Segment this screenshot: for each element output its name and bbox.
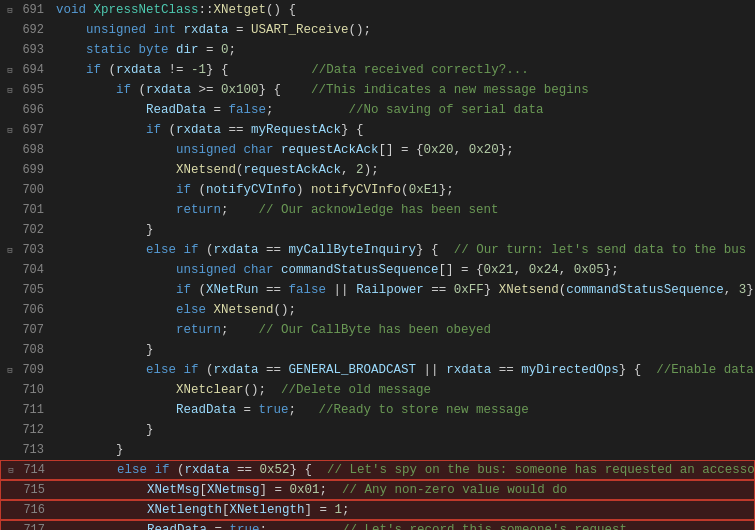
line-number: 706: [16, 303, 44, 317]
code-token: ] =: [260, 483, 290, 497]
code-token: XNetclear: [176, 383, 244, 397]
code-token: ,: [341, 163, 356, 177]
code-token: rxdata: [214, 363, 259, 377]
code-token: ;: [221, 323, 259, 337]
code-content: else if (rxdata == 0x52} { // Let's spy …: [49, 463, 755, 477]
code-token: (: [161, 123, 176, 137]
code-content: if (rxdata == myRequestAck} {: [48, 123, 747, 137]
code-token: ==: [221, 123, 251, 137]
fold-icon[interactable]: ⊟: [4, 245, 16, 256]
code-token: (: [170, 463, 185, 477]
line-number: 697: [16, 123, 44, 137]
code-line: 698 unsigned char requestAckAck[] = {0x2…: [0, 140, 755, 160]
line-number-area: 692: [0, 23, 48, 37]
code-content: if (XNetRun == false || Railpower == 0xF…: [48, 283, 755, 297]
line-number-area: 699: [0, 163, 48, 177]
code-content: if (rxdata >= 0x100} { //This indicates …: [48, 83, 747, 97]
code-token: dir: [176, 43, 199, 57]
code-token: // Any non-zero value would do: [342, 483, 567, 497]
code-line: ⊟709 else if (rxdata == GENERAL_BROADCAS…: [0, 360, 755, 380]
code-token: notifyCVInfo: [311, 183, 401, 197]
code-token: } {: [341, 123, 364, 137]
line-number-area: 708: [0, 343, 48, 357]
code-token: else if: [117, 463, 170, 477]
code-content: }: [48, 423, 747, 437]
code-token: 0x05: [574, 263, 604, 277]
code-token: // Let's record this someone's request: [342, 523, 627, 530]
line-number: 701: [16, 203, 44, 217]
fold-icon[interactable]: ⊟: [4, 65, 16, 76]
code-token: 0x24: [529, 263, 559, 277]
code-token: ): [296, 183, 311, 197]
code-token: }: [56, 443, 124, 457]
code-line: 715 XNetMsg[XNetmsg] = 0x01; // Any non-…: [0, 480, 755, 500]
code-content: }: [48, 443, 747, 457]
fold-icon[interactable]: ⊟: [4, 125, 16, 136]
line-number-area: 711: [0, 403, 48, 417]
code-token: }: [56, 343, 154, 357]
code-token: ;: [289, 403, 319, 417]
code-line: 701 return; // Our acknowledge has been …: [0, 200, 755, 220]
code-content: XNetlength[XNetlength] = 1;: [49, 503, 746, 517]
line-number-area: 715: [1, 483, 49, 497]
fold-icon[interactable]: ⊟: [4, 365, 16, 376]
line-number-area: ⊟697: [0, 123, 48, 137]
code-line: 708 }: [0, 340, 755, 360]
code-token: );: [364, 163, 379, 177]
code-token: true: [259, 403, 289, 417]
code-token: rxdata: [184, 23, 229, 37]
line-number: 693: [16, 43, 44, 57]
line-number-area: 710: [0, 383, 48, 397]
line-number: 714: [17, 463, 45, 477]
line-number: 709: [16, 363, 44, 377]
code-token: if: [146, 123, 161, 137]
code-token: } {: [290, 463, 328, 477]
code-token: ==: [259, 363, 289, 377]
code-token: 0x21: [484, 263, 514, 277]
code-token: ||: [416, 363, 446, 377]
code-token: [56, 163, 176, 177]
fold-icon[interactable]: ⊟: [4, 5, 16, 16]
code-token: //Data received correctly?...: [311, 63, 529, 77]
code-token: =: [207, 523, 230, 530]
code-token: [56, 103, 146, 117]
code-token: !=: [161, 63, 191, 77]
line-number: 711: [16, 403, 44, 417]
code-token: XNetsend: [176, 163, 236, 177]
code-line: 693 static byte dir = 0;: [0, 40, 755, 60]
code-line: 699 XNetsend(requestAckAck, 2);: [0, 160, 755, 180]
line-number-area: 698: [0, 143, 48, 157]
code-token: } {: [619, 363, 657, 377]
code-token: rxdata: [446, 363, 491, 377]
code-token: //Ready to store new message: [319, 403, 529, 417]
code-token: } {: [259, 83, 312, 97]
line-number-area: ⊟695: [0, 83, 48, 97]
code-token: //Delete old message: [281, 383, 431, 397]
code-line: 706 else XNetsend();: [0, 300, 755, 320]
code-line: ⊟695 if (rxdata >= 0x100} { //This indic…: [0, 80, 755, 100]
code-content: }: [48, 223, 747, 237]
line-number-area: 701: [0, 203, 48, 217]
fold-icon[interactable]: ⊟: [5, 465, 17, 476]
code-token: 0x52: [260, 463, 290, 477]
fold-icon[interactable]: ⊟: [4, 85, 16, 96]
code-token: (: [131, 83, 146, 97]
line-number-area: 707: [0, 323, 48, 337]
code-token: }: [56, 223, 154, 237]
code-token: notifyCVInfo: [206, 183, 296, 197]
line-number: 692: [16, 23, 44, 37]
line-number: 707: [16, 323, 44, 337]
line-number-area: 717: [1, 523, 49, 530]
code-token: // Our acknowledge has been sent: [259, 203, 499, 217]
code-token: myCallByteInquiry: [289, 243, 417, 257]
code-token: XNetRun: [206, 283, 259, 297]
code-content: }: [48, 343, 747, 357]
code-line: ⊟697 if (rxdata == myRequestAck} {: [0, 120, 755, 140]
code-token: else if: [146, 363, 199, 377]
code-token: false: [289, 283, 327, 297]
line-number-area: ⊟691: [0, 3, 48, 17]
code-token: myDirectedOps: [521, 363, 619, 377]
code-line: 716 XNetlength[XNetlength] = 1;: [0, 500, 755, 520]
code-token: (: [199, 243, 214, 257]
line-number: 695: [16, 83, 44, 97]
